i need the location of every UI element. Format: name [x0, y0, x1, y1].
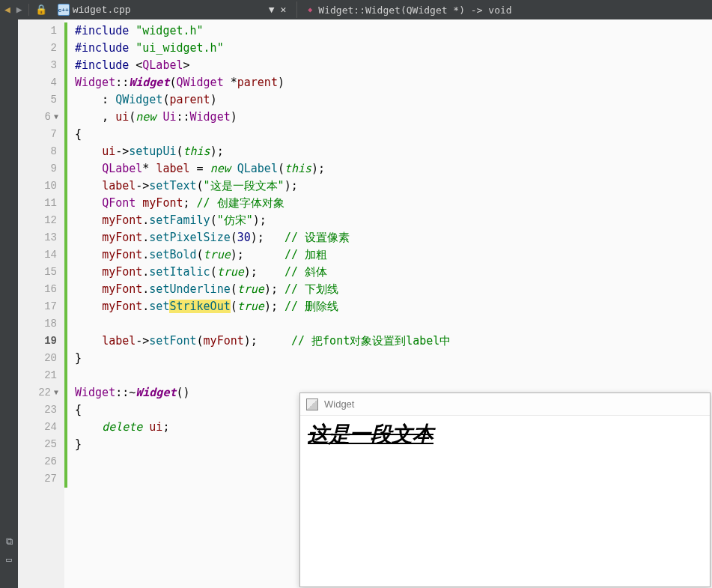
code-line[interactable]: #include <QLabel> — [75, 57, 712, 74]
line-number: 4 — [18, 74, 61, 91]
line-number: 6▼ — [18, 109, 61, 126]
qt-app-icon — [306, 398, 318, 410]
line-number: 26 — [18, 453, 61, 470]
line-number: 1 — [18, 22, 61, 40]
line-number: 16 — [18, 281, 61, 298]
line-number: 13 — [18, 229, 61, 246]
line-number: 19 — [18, 333, 61, 350]
code-line[interactable]: QFont myFont; // 创建字体对象 — [75, 195, 712, 212]
code-line[interactable]: label->setText("这是一段文本"); — [75, 178, 712, 195]
breadcrumb[interactable]: Widget::Widget(QWidget *) -> void — [318, 4, 511, 16]
code-line[interactable]: #include "widget.h" — [75, 22, 712, 40]
code-line[interactable] — [75, 315, 712, 333]
symbol-icon: ◆ — [308, 5, 312, 14]
line-number: 11 — [18, 195, 61, 212]
code-line[interactable]: : QWidget(parent) — [75, 91, 712, 109]
preview-titlebar[interactable]: Widget — [300, 393, 710, 416]
line-number: 18 — [18, 315, 61, 333]
line-number-gutter: 123456▼78910111213141516171819202122▼232… — [18, 19, 64, 588]
line-number: 24 — [18, 419, 61, 436]
tab-filename: widget.cpp — [73, 4, 131, 16]
preview-title-text: Widget — [324, 398, 354, 410]
preview-body: 这是一段文本 — [300, 416, 710, 453]
line-number: 7 — [18, 126, 61, 143]
toolbar-separator — [296, 1, 297, 18]
qlabel-sample-text: 这是一段文本 — [308, 422, 433, 446]
tab-modified-indicator: ▼ — [269, 4, 275, 16]
line-number: 22▼ — [18, 384, 61, 401]
code-line[interactable]: myFont.setPixelSize(30); // 设置像素 — [75, 229, 712, 246]
fold-toggle[interactable]: ▼ — [54, 109, 58, 126]
code-line[interactable]: { — [75, 126, 712, 143]
line-number: 10 — [18, 178, 61, 195]
code-line[interactable]: QLabel* label = new QLabel(this); — [75, 160, 712, 178]
line-number: 5 — [18, 91, 61, 109]
tab-close-button[interactable]: ✕ — [280, 4, 286, 16]
line-number: 9 — [18, 160, 61, 178]
code-line[interactable]: myFont.setBold(true); // 加粗 — [75, 246, 712, 264]
code-line[interactable]: Widget::Widget(QWidget *parent) — [75, 74, 712, 91]
line-number: 12 — [18, 212, 61, 229]
line-number: 3 — [18, 57, 61, 74]
panel-icon[interactable]: ⧉ — [6, 536, 13, 548]
code-line[interactable]: myFont.setUnderline(true); // 下划线 — [75, 281, 712, 298]
code-line[interactable]: myFont.setStrikeOut(true); // 删除线 — [75, 298, 712, 315]
line-number: 27 — [18, 470, 61, 488]
line-number: 2 — [18, 40, 61, 57]
top-toolbar: ◀ ▶ 🔒 c++ widget.cpp ▼ ✕ ◆ Widget::Widge… — [0, 0, 712, 19]
line-number: 17 — [18, 298, 61, 315]
editor-tab[interactable]: c++ widget.cpp ▼ ✕ — [58, 4, 287, 16]
toolbar-separator — [28, 4, 29, 16]
line-number: 25 — [18, 436, 61, 453]
line-number: 20 — [18, 350, 61, 367]
split-icon[interactable]: ▭ — [6, 554, 12, 566]
fold-toggle[interactable]: ▼ — [54, 384, 58, 401]
nav-forward-button[interactable]: ▶ — [16, 4, 22, 16]
line-number: 23 — [18, 401, 61, 419]
line-number: 15 — [18, 264, 61, 281]
code-line[interactable]: label->setFont(myFont); // 把font对象设置到lab… — [75, 333, 712, 350]
nav-back-button[interactable]: ◀ — [4, 4, 10, 16]
code-line[interactable]: ui->setupUi(this); — [75, 143, 712, 160]
qt-preview-window[interactable]: Widget 这是一段文本 — [299, 392, 711, 587]
left-sidebar: ⧉ ▭ — [0, 19, 18, 588]
code-line[interactable]: myFont.setFamily("仿宋"); — [75, 212, 712, 229]
line-number: 8 — [18, 143, 61, 160]
code-line[interactable]: myFont.setItalic(true); // 斜体 — [75, 264, 712, 281]
code-line[interactable]: #include "ui_widget.h" — [75, 40, 712, 57]
cpp-file-icon: c++ — [58, 4, 70, 16]
code-line[interactable]: , ui(new Ui::Widget) — [75, 109, 712, 126]
code-line[interactable] — [75, 367, 712, 384]
code-line[interactable]: } — [75, 350, 712, 367]
line-number: 21 — [18, 367, 61, 384]
lock-icon: 🔒 — [35, 4, 47, 16]
line-number: 14 — [18, 246, 61, 264]
